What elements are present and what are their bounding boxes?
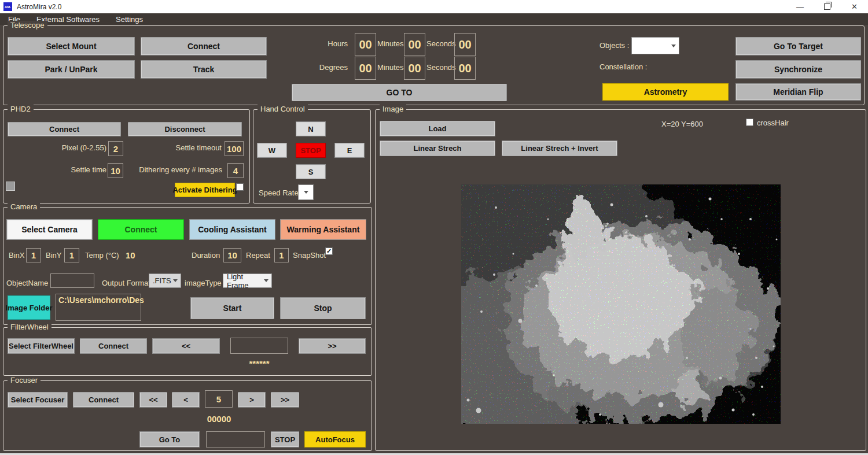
chevron-down-icon (671, 45, 676, 47)
duration-label: Duration (192, 251, 220, 260)
objectname-label: ObjectName (6, 279, 48, 287)
hours-label: Hours (299, 39, 348, 48)
select-filterwheel-button[interactable]: Select FilterWheel (8, 338, 75, 354)
dithering-every-value[interactable]: 4 (227, 163, 244, 178)
telescope-connect-button[interactable]: Connect (141, 37, 267, 56)
goto-target-button[interactable]: Go To Target (735, 37, 861, 56)
activate-dithering-button[interactable]: Activate Dithering (175, 183, 235, 197)
focuser-forward-button[interactable]: > (238, 392, 266, 408)
phd2-status-indicator (6, 182, 15, 191)
ra-seconds-value[interactable]: 00 (454, 33, 476, 56)
ra-minutes-value[interactable]: 00 (404, 33, 425, 56)
restore-icon[interactable] (814, 0, 841, 13)
settle-timeout-value[interactable]: 100 (225, 141, 244, 156)
focuser-stop-button[interactable]: STOP (271, 431, 299, 447)
cooling-assistant-button[interactable]: Cooling Assistant (189, 219, 275, 240)
crosshair-checkbox[interactable] (746, 119, 753, 126)
phd2-disconnect-button[interactable]: Disconnect (128, 122, 242, 136)
focuser-back-button[interactable]: < (172, 392, 200, 408)
window-controls: — ✕ (786, 0, 868, 13)
load-image-button[interactable]: Load (380, 121, 495, 136)
filterwheel-connect-button[interactable]: Connect (80, 338, 147, 354)
biny-value[interactable]: 1 (64, 248, 79, 262)
pixel-value[interactable]: 2 (108, 141, 123, 156)
dec-minutes-value[interactable]: 00 (404, 57, 425, 80)
track-button[interactable]: Track (141, 60, 267, 79)
autofocus-button[interactable]: AutoFocus (304, 431, 366, 447)
focuser-fast-forward-button[interactable]: >> (271, 392, 299, 408)
focuser-rewind-button[interactable]: << (139, 392, 167, 408)
warming-assistant-button[interactable]: Warming Assistant (280, 219, 366, 240)
meridian-flip-button[interactable]: Meridian Flip (735, 83, 861, 101)
filterwheel-prev-button[interactable]: << (152, 338, 220, 354)
focuser-step-value[interactable]: 5 (205, 390, 233, 408)
nebula-image[interactable] (461, 184, 781, 424)
repeat-value[interactable]: 1 (274, 248, 289, 262)
phd2-connect-button[interactable]: Connect (8, 122, 121, 136)
hours-value[interactable]: 00 (355, 33, 376, 56)
linear-stretch-button[interactable]: Linear Strech (380, 140, 495, 156)
speed-rates-dropdown[interactable] (298, 184, 314, 200)
slew-south-button[interactable]: S (296, 164, 326, 179)
cursor-coordinates: X=20 Y=600 (661, 120, 703, 128)
binx-label: BinX (9, 251, 24, 260)
image-group: Image Load Linear Strech Linear Strech +… (375, 109, 866, 451)
slew-west-button[interactable]: W (257, 143, 287, 158)
output-format-dropdown[interactable]: .FITS (149, 273, 181, 288)
slew-stop-button[interactable]: STOP (296, 143, 326, 158)
filterwheel-next-button[interactable]: >> (299, 338, 366, 354)
menu-settings[interactable]: Settings (116, 15, 143, 24)
duration-value[interactable]: 10 (223, 248, 241, 262)
select-camera-button[interactable]: Select Camera (6, 219, 93, 240)
binx-value[interactable]: 1 (26, 248, 41, 262)
repeat-label: Repeat (246, 251, 270, 260)
crosshair-label: crossHair (757, 119, 789, 127)
degrees-value[interactable]: 00 (355, 57, 376, 80)
capture-start-button[interactable]: Start (190, 297, 274, 319)
objectname-input[interactable] (50, 273, 94, 288)
objects-label: Objects : (599, 41, 629, 50)
slew-north-button[interactable]: N (296, 121, 326, 136)
slew-east-button[interactable]: E (334, 143, 365, 158)
snapshot-label: SnapShot (293, 251, 326, 260)
app-window: AM. AstroMira v2.0 — ✕ File External Sof… (0, 0, 868, 455)
hand-control-group: Hand Control N W STOP E S Speed Rates (253, 109, 371, 204)
filterwheel-position-input[interactable] (230, 338, 288, 354)
restore-glyph (824, 3, 830, 10)
linear-stretch-invert-button[interactable]: Linear Strech + Invert (502, 140, 617, 156)
dec-minutes-label: Minutes (377, 63, 404, 72)
park-unpark-button[interactable]: Park / UnPark (8, 60, 135, 79)
focuser-connect-button[interactable]: Connect (73, 392, 134, 408)
chevron-down-icon (304, 191, 308, 194)
window-title: AstroMira v2.0 (17, 3, 61, 11)
image-folder-path[interactable]: C:\Users\mchorro\Des (56, 294, 141, 321)
focuser-target-input[interactable] (206, 431, 265, 447)
minimize-icon[interactable]: — (786, 0, 814, 13)
capture-stop-button[interactable]: Stop (280, 297, 366, 319)
activate-dithering-checkbox[interactable] (236, 183, 244, 191)
camera-connect-button[interactable]: Connect (98, 219, 184, 240)
synchronize-button[interactable]: Synchronize (735, 60, 861, 79)
phd2-group-label: PHD2 (8, 105, 34, 114)
close-icon[interactable]: ✕ (841, 0, 868, 13)
settle-timeout-label: Settle timeout (145, 143, 222, 152)
image-folder-button[interactable]: Image Folder (8, 295, 50, 320)
astrometry-button[interactable]: Astrometry (602, 83, 729, 101)
focuser-group: Focuser Select Focuser Connect << < 5 > … (3, 380, 372, 451)
select-focuser-button[interactable]: Select Focuser (8, 392, 68, 408)
imagetype-dropdown[interactable]: Light Frame (223, 273, 272, 288)
camera-group-label: Camera (8, 202, 40, 212)
snapshot-checkbox[interactable]: ✓ (325, 247, 333, 255)
chevron-down-icon (264, 279, 269, 282)
select-mount-button[interactable]: Select Mount (8, 37, 135, 56)
dec-seconds-value[interactable]: 00 (454, 57, 476, 80)
focuser-goto-button[interactable]: Go To (139, 431, 200, 447)
goto-button[interactable]: GO TO (292, 84, 507, 101)
output-format-label: Output Format (102, 279, 150, 287)
focuser-position-value: 00000 (197, 414, 241, 424)
filterwheel-filter-name: ****** (230, 358, 288, 368)
dithering-every-label: Dithering every # images (90, 165, 222, 174)
filterwheel-group: FilterWheel Select FilterWheel Connect <… (3, 327, 372, 376)
hand-control-group-label: Hand Control (258, 105, 308, 114)
objects-dropdown[interactable] (631, 37, 679, 54)
